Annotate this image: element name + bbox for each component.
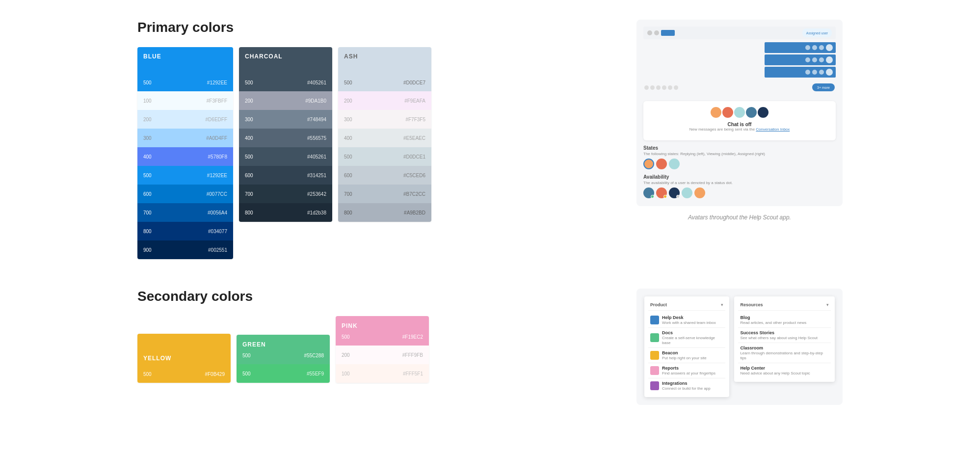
green-500-num: 500 bbox=[242, 371, 251, 376]
states-desc: The following states: Replying (left), V… bbox=[643, 152, 836, 156]
resources-dropdown-mock: Resources ▾ Blog Read articles, and othe… bbox=[734, 296, 835, 382]
blue-800-hex: #034077 bbox=[208, 229, 227, 234]
yellow-palette-card: YELLOW 500 #F0B429 bbox=[137, 334, 231, 383]
primary-right-preview: Assigned user bbox=[636, 20, 843, 221]
ash-200-hex: #F9EAFA bbox=[404, 98, 425, 104]
charcoal-500-hex2: #405261 bbox=[307, 154, 326, 160]
ash-700-num: 700 bbox=[344, 191, 352, 197]
resource-item-blog: Blog Read articles, and other product ne… bbox=[738, 313, 831, 328]
pink-100-num: 100 bbox=[342, 371, 350, 376]
resource-item-success: Success Stories See what others say abou… bbox=[738, 328, 831, 343]
primary-colors-title: Primary colors bbox=[137, 20, 617, 35]
product-item-integrations: Integrations Connect or build for the ap… bbox=[648, 378, 725, 393]
availability-desc: The availability of a user is denoted by… bbox=[643, 181, 836, 185]
charcoal-label: CHARCOAL bbox=[245, 53, 283, 60]
primary-colors-left: Primary colors BLUE 500 #1292EE bbox=[137, 20, 617, 259]
charcoal-600-num: 600 bbox=[245, 173, 253, 178]
charcoal-600-hex: #314251 bbox=[307, 173, 326, 178]
ash-300-num: 300 bbox=[344, 117, 352, 122]
product-item-helpdesk: Help Desk Work with a shared team inbox bbox=[648, 313, 725, 328]
blue-700-num: 700 bbox=[143, 210, 152, 215]
pink-palette-card: PINK 500 #F19EC2 200 #FFF9FB bbox=[336, 316, 429, 383]
primary-palettes-row: BLUE 500 #1292EE 100 #F3FBFF 200 bbox=[137, 47, 617, 259]
ash-label: ASH bbox=[344, 53, 358, 60]
product-item-docs: Docs Create a self-serve knowledge base bbox=[648, 328, 725, 348]
secondary-colors-left: Secondary colors YELLOW 500 #F0B429 bbox=[137, 289, 617, 383]
ash-500-num: 500 bbox=[344, 80, 352, 85]
blue-600-hex: #0077CC bbox=[207, 191, 227, 197]
blue-200-num: 200 bbox=[143, 117, 152, 122]
green-500-hex: #55EF9 bbox=[307, 371, 324, 376]
pink-200-hex: #FFF9FB bbox=[402, 352, 423, 358]
ash-500-hex2: #D0DCE1 bbox=[403, 154, 425, 160]
charcoal-500-hex: #405261 bbox=[307, 80, 326, 85]
product-dropdown-mock: Product ▾ Help Desk Work with a shared t… bbox=[644, 296, 729, 397]
primary-colors-section: Primary colors BLUE 500 #1292EE bbox=[137, 20, 843, 259]
green-palette-card: GREEN 500 #55C288 500 #55EF9 bbox=[237, 335, 330, 383]
product-item-reports: Reports Find answers at your fingertips bbox=[648, 363, 725, 378]
blue-500-hex2: #1292EE bbox=[207, 173, 227, 178]
blue-500-num: 500 bbox=[143, 80, 152, 85]
blue-400-hex: #5780F8 bbox=[208, 154, 227, 160]
page-container: Primary colors BLUE 500 #1292EE bbox=[0, 0, 980, 425]
states-label: States bbox=[643, 145, 836, 151]
blue-500-hex: #1292EE bbox=[207, 80, 227, 85]
ash-400-hex: #E5EAEC bbox=[403, 135, 425, 141]
ash-400-num: 400 bbox=[344, 135, 352, 141]
charcoal-300-num: 300 bbox=[245, 117, 253, 122]
blue-300-num: 300 bbox=[143, 135, 152, 141]
ash-700-hex: #B7C2CC bbox=[403, 191, 425, 197]
pink-200-num: 200 bbox=[342, 352, 350, 358]
secondary-colors-section: Secondary colors YELLOW 500 #F0B429 bbox=[137, 289, 843, 405]
blue-200-hex: #D6EDFF bbox=[206, 117, 227, 122]
blue-900-num: 900 bbox=[143, 247, 152, 253]
secondary-colors-title: Secondary colors bbox=[137, 289, 617, 304]
blue-400-num: 400 bbox=[143, 154, 152, 160]
blue-600-num: 600 bbox=[143, 191, 152, 197]
charcoal-400-hex: #556575 bbox=[307, 135, 326, 141]
charcoal-500-num: 500 bbox=[245, 80, 253, 85]
charcoal-800-num: 800 bbox=[245, 210, 253, 215]
blue-label: BLUE bbox=[143, 53, 161, 60]
blue-300-hex: #A0D4FF bbox=[206, 135, 227, 141]
charcoal-800-hex: #1d2b38 bbox=[307, 210, 326, 215]
resource-item-helpcenter: Help Center Need advice about any Help S… bbox=[738, 363, 831, 378]
ash-200-num: 200 bbox=[344, 98, 352, 104]
ash-600-num: 600 bbox=[344, 173, 352, 178]
charcoal-700-num: 700 bbox=[245, 191, 253, 197]
ash-500-hex: #D0DCE7 bbox=[403, 80, 425, 85]
charcoal-700-hex: #253642 bbox=[307, 191, 326, 197]
dropdown-preview-box: Product ▾ Help Desk Work with a shared t… bbox=[636, 289, 843, 405]
blue-100-num: 100 bbox=[143, 98, 152, 104]
secondary-palettes-row: YELLOW 500 #F0B429 GREEN bbox=[137, 316, 617, 383]
ash-800-hex: #A9B2BD bbox=[404, 210, 425, 215]
pink-100-hex: #FFF5F1 bbox=[403, 371, 423, 376]
charcoal-200-hex: #9DA1B0 bbox=[305, 98, 326, 104]
ash-palette-card: ASH 500 #D0DCE7 200 #F9EAFA 300 bbox=[338, 47, 431, 222]
blue-700-hex: #0056A4 bbox=[208, 210, 227, 215]
charcoal-500-num2: 500 bbox=[245, 154, 253, 160]
product-item-beacon: Beacon Put help right on your site bbox=[648, 348, 725, 363]
charcoal-300-hex: #748494 bbox=[307, 117, 326, 122]
secondary-right-preview: Product ▾ Help Desk Work with a shared t… bbox=[636, 289, 843, 405]
charcoal-400-num: 400 bbox=[245, 135, 253, 141]
ash-300-hex: #F7F3F5 bbox=[405, 117, 425, 122]
blue-800-num: 800 bbox=[143, 229, 152, 234]
ash-500-num2: 500 bbox=[344, 154, 352, 160]
blue-500-num2: 500 bbox=[143, 173, 152, 178]
avatar-preview-box: Assigned user bbox=[636, 20, 843, 206]
resources-label: Resources bbox=[740, 302, 763, 307]
blue-100-hex: #F3FBFF bbox=[207, 98, 227, 104]
charcoal-200-num: 200 bbox=[245, 98, 253, 104]
resource-item-classroom: Classroom Learn through demonstrations a… bbox=[738, 343, 831, 363]
ash-800-num: 800 bbox=[344, 210, 352, 215]
blue-900-hex: #002551 bbox=[208, 247, 227, 253]
charcoal-palette-card: CHARCOAL 500 #405261 200 #9DA1B0 300 bbox=[239, 47, 332, 222]
ash-600-hex: #C5CED6 bbox=[403, 173, 425, 178]
blue-palette-card: BLUE 500 #1292EE 100 #F3FBFF 200 bbox=[137, 47, 233, 259]
availability-label: Availability bbox=[643, 174, 836, 180]
avatar-caption: Avatars throughout the Help Scout app. bbox=[636, 214, 843, 221]
